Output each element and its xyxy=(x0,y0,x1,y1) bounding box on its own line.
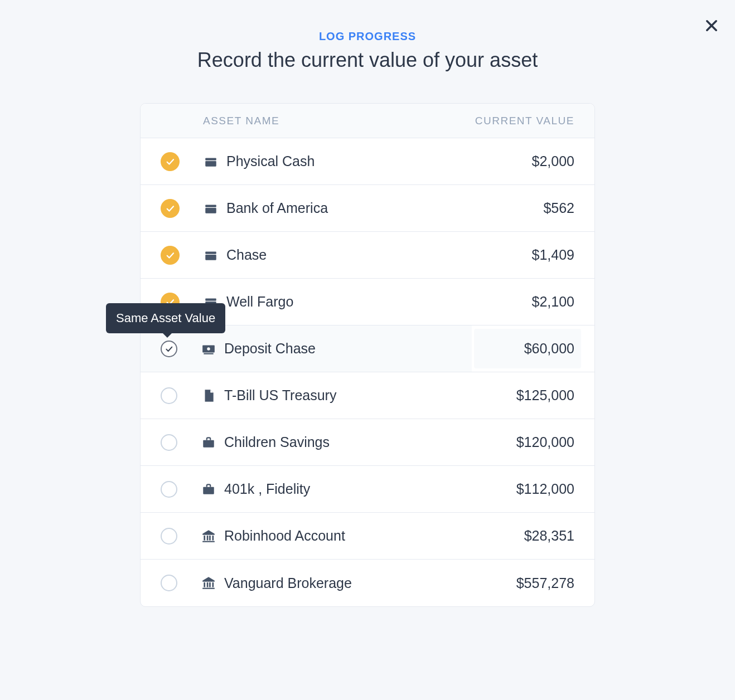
table-row[interactable]: 401k , Fidelity$112,000 xyxy=(141,466,594,513)
wallet-icon xyxy=(203,201,219,216)
briefcase-icon xyxy=(201,482,216,497)
asset-name: Physical Cash xyxy=(226,153,474,169)
asset-value[interactable]: $125,000 xyxy=(474,387,574,404)
asset-table: ASSET NAME CURRENT VALUE Physical Cash$2… xyxy=(140,103,595,607)
table-row[interactable]: Children Savings$120,000 xyxy=(141,419,594,466)
eyebrow-label: LOG PROGRESS xyxy=(0,30,735,43)
bank-icon xyxy=(201,575,216,591)
column-header-value: CURRENT VALUE xyxy=(475,115,574,127)
table-row[interactable]: Vanguard Brokerage$557,278 xyxy=(141,560,594,606)
table-row[interactable]: Well Fargo$2,100Same Asset Value xyxy=(141,279,594,325)
status-badge[interactable] xyxy=(161,152,180,171)
asset-value[interactable]: $562 xyxy=(474,200,574,216)
asset-name: Robinhood Account xyxy=(224,528,474,544)
tooltip: Same Asset Value xyxy=(106,303,225,333)
asset-value[interactable]: $1,409 xyxy=(474,247,574,263)
asset-name: Chase xyxy=(226,247,474,263)
asset-value[interactable]: $2,000 xyxy=(474,153,574,169)
asset-name: Children Savings xyxy=(224,434,474,450)
asset-value[interactable]: $112,000 xyxy=(474,481,574,497)
status-badge[interactable] xyxy=(161,528,177,545)
cash-icon xyxy=(201,341,216,357)
table-header: ASSET NAME CURRENT VALUE xyxy=(141,104,594,138)
status-badge[interactable] xyxy=(161,575,177,591)
check-icon xyxy=(165,203,175,213)
table-row[interactable]: Bank of America$562 xyxy=(141,185,594,232)
check-icon xyxy=(165,250,175,260)
asset-value[interactable]: $2,100 xyxy=(474,294,574,310)
status-badge[interactable] xyxy=(161,434,177,451)
asset-value[interactable]: $60,000 xyxy=(474,341,574,357)
close-button[interactable] xyxy=(704,18,719,36)
column-header-name: ASSET NAME xyxy=(203,115,279,127)
asset-name: 401k , Fidelity xyxy=(224,481,474,497)
table-row[interactable]: Robinhood Account$28,351 xyxy=(141,513,594,560)
status-badge[interactable] xyxy=(161,246,180,265)
asset-name: Vanguard Brokerage xyxy=(224,575,474,591)
status-badge[interactable] xyxy=(161,341,177,357)
status-badge[interactable] xyxy=(161,481,177,498)
status-badge[interactable] xyxy=(161,387,177,404)
table-row[interactable]: T-Bill US Treasury$125,000 xyxy=(141,372,594,419)
bank-icon xyxy=(201,528,216,544)
document-icon xyxy=(201,388,216,404)
asset-name: Deposit Chase xyxy=(224,341,474,357)
asset-name: Well Fargo xyxy=(226,294,474,310)
status-badge[interactable] xyxy=(161,199,180,218)
asset-value[interactable]: $28,351 xyxy=(474,528,574,544)
modal-header: LOG PROGRESS Record the current value of… xyxy=(0,0,735,72)
table-row[interactable]: Chase$1,409 xyxy=(141,232,594,279)
briefcase-icon xyxy=(201,435,216,450)
table-row[interactable]: Physical Cash$2,000 xyxy=(141,138,594,185)
check-icon xyxy=(165,157,175,167)
asset-name: Bank of America xyxy=(226,200,474,216)
wallet-icon xyxy=(203,247,219,263)
asset-name: T-Bill US Treasury xyxy=(224,387,474,404)
close-icon xyxy=(704,18,719,33)
wallet-icon xyxy=(203,154,219,169)
check-icon xyxy=(165,344,173,353)
asset-value[interactable]: $557,278 xyxy=(474,575,574,591)
asset-value[interactable]: $120,000 xyxy=(474,434,574,450)
page-title: Record the current value of your asset xyxy=(0,48,735,72)
